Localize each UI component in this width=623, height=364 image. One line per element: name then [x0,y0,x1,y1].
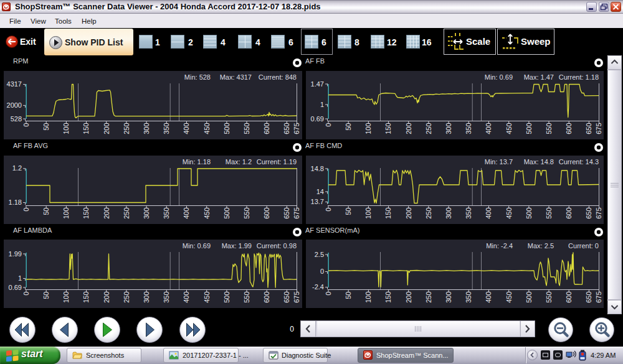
svg-text:1.47: 1.47 [311,80,324,88]
svg-text:450: 450 [203,208,211,219]
svg-text:0: 0 [325,208,332,212]
svg-text:250: 250 [425,123,432,134]
svg-text:Min: 1.18: Min: 1.18 [183,158,211,166]
svg-text:600: 600 [565,292,573,303]
svg-text:675: 675 [293,292,300,303]
svg-text:150: 150 [384,208,392,219]
svg-text:Max: 1.2: Max: 1.2 [226,158,252,166]
svg-text:1: 1 [320,101,324,108]
svg-text:50: 50 [42,208,50,215]
svg-text:14.8: 14.8 [311,165,324,172]
svg-text:150: 150 [82,123,90,134]
svg-text:400: 400 [485,292,492,303]
svg-text:200: 200 [103,292,110,303]
svg-text:Min: 0.69: Min: 0.69 [485,73,513,81]
svg-text:500: 500 [525,292,533,303]
svg-text:675: 675 [595,123,602,134]
svg-text:50: 50 [345,208,352,215]
svg-text:350: 350 [465,123,472,134]
svg-text:550: 550 [243,123,250,134]
svg-text:500: 500 [223,123,231,134]
svg-text:250: 250 [425,292,432,303]
svg-text:550: 550 [545,292,553,303]
svg-text:450: 450 [203,123,211,134]
svg-text:650: 650 [585,208,592,219]
svg-text:600: 600 [263,123,270,134]
svg-text:250: 250 [123,292,130,303]
svg-text:200: 200 [405,292,412,303]
svg-text:1.18: 1.18 [9,198,22,206]
svg-text:1.2: 1.2 [12,164,22,172]
svg-text:400: 400 [183,208,190,219]
svg-text:Min: -2.4: Min: -2.4 [486,242,513,250]
svg-text:300: 300 [445,292,452,303]
svg-text:675: 675 [293,123,300,134]
svg-text:2000: 2000 [7,101,22,109]
svg-text:600: 600 [565,208,573,219]
svg-text:Max: 2.5: Max: 2.5 [528,242,554,250]
svg-text:300: 300 [143,292,150,303]
svg-text:300: 300 [445,208,452,219]
svg-text:650: 650 [283,208,290,219]
svg-text:600: 600 [263,208,270,219]
svg-text:400: 400 [485,123,492,134]
svg-text:500: 500 [223,208,231,219]
svg-text:550: 550 [545,208,553,219]
svg-text:650: 650 [585,292,592,303]
svg-text:350: 350 [163,292,170,303]
svg-text:150: 150 [82,292,90,303]
svg-text:250: 250 [123,208,130,219]
svg-text:200: 200 [405,123,412,134]
svg-text:300: 300 [445,123,452,134]
svg-text:4317: 4317 [7,80,22,88]
svg-text:400: 400 [183,123,190,134]
svg-text:300: 300 [143,123,150,134]
svg-text:50: 50 [42,123,50,131]
svg-text:100: 100 [62,123,70,134]
svg-text:2.5: 2.5 [315,251,324,258]
svg-text:Current: 0: Current: 0 [568,242,599,250]
svg-text:Current: 14.3: Current: 14.3 [559,158,599,166]
svg-text:1.99: 1.99 [9,250,22,258]
svg-text:450: 450 [203,292,211,303]
svg-text:0: 0 [325,123,332,127]
svg-text:50: 50 [42,292,50,299]
svg-text:0: 0 [22,208,30,212]
svg-text:550: 550 [545,123,553,134]
svg-text:300: 300 [143,208,150,219]
svg-text:675: 675 [595,292,602,303]
svg-text:Max: 1.47: Max: 1.47 [524,73,554,81]
svg-text:100: 100 [62,208,70,219]
svg-text:100: 100 [364,208,372,219]
svg-text:350: 350 [465,208,472,219]
svg-text:450: 450 [505,292,513,303]
svg-text:Current: 0.98: Current: 0.98 [257,242,297,250]
svg-text:250: 250 [123,123,130,134]
svg-text:Current: 1.19: Current: 1.19 [257,158,297,166]
svg-text:650: 650 [283,292,290,303]
svg-text:100: 100 [62,292,70,303]
svg-text:0: 0 [22,123,30,127]
svg-text:0.69: 0.69 [311,115,324,123]
svg-text:600: 600 [565,123,573,134]
svg-text:0: 0 [325,292,332,296]
svg-text:Min: 0.69: Min: 0.69 [183,242,211,250]
svg-text:Min: 528: Min: 528 [184,73,211,81]
svg-text:200: 200 [405,208,412,219]
svg-text:200: 200 [103,123,110,134]
svg-text:650: 650 [283,123,290,134]
svg-text:675: 675 [595,208,602,219]
svg-text:Max: 14.8: Max: 14.8 [524,158,554,166]
svg-text:400: 400 [485,208,492,219]
svg-text:13.7: 13.7 [311,198,324,205]
svg-text:100: 100 [364,292,372,303]
svg-text:1: 1 [18,274,22,282]
svg-text:350: 350 [465,292,472,303]
svg-text:14: 14 [316,188,324,195]
svg-text:450: 450 [505,123,513,134]
svg-text:500: 500 [223,292,231,303]
svg-text:150: 150 [384,123,392,134]
svg-text:650: 650 [585,123,592,134]
svg-text:150: 150 [384,292,392,303]
svg-text:350: 350 [163,123,170,134]
